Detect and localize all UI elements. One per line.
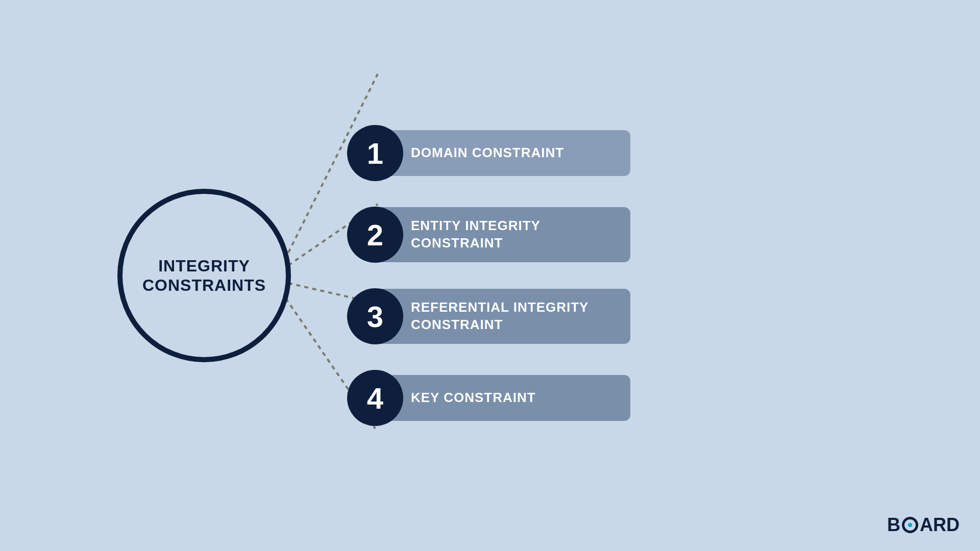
constraint-item-2: 2 ENTITY INTEGRITY CONSTRAINT [347,207,630,263]
brand-letter-o [902,517,918,533]
constraint-number-1: 1 [347,125,403,181]
brand-letter-b: B [887,514,900,536]
constraint-item-1: 1 DOMAIN CONSTRAINT [347,125,630,181]
constraint-number-4: 4 [347,370,403,426]
brand-letters-ard: ARD [920,514,960,536]
center-circle: INTEGRITYCONSTRAINTS [117,189,291,362]
constraint-label-1: DOMAIN CONSTRAINT [375,130,630,176]
constraint-label-3: REFERENTIAL INTEGRITY CONSTRAINT [375,289,630,344]
constraint-item-4: 4 KEY CONSTRAINT [347,370,630,426]
constraint-number-2: 2 [347,207,403,263]
constraint-label-4: KEY CONSTRAINT [375,375,630,421]
constraint-number-3: 3 [347,288,403,344]
brand-o-dot [908,523,912,527]
main-container: INTEGRITYCONSTRAINTS 1 DOMAIN CONSTRAINT… [0,0,980,551]
center-circle-text: INTEGRITYCONSTRAINTS [142,256,266,295]
brand-logo: B ARD [887,514,960,536]
constraint-item-3: 3 REFERENTIAL INTEGRITY CONSTRAINT [347,288,630,344]
constraints-list: 1 DOMAIN CONSTRAINT 2 ENTITY INTEGRITY C… [347,125,630,426]
constraint-label-2: ENTITY INTEGRITY CONSTRAINT [375,207,630,262]
